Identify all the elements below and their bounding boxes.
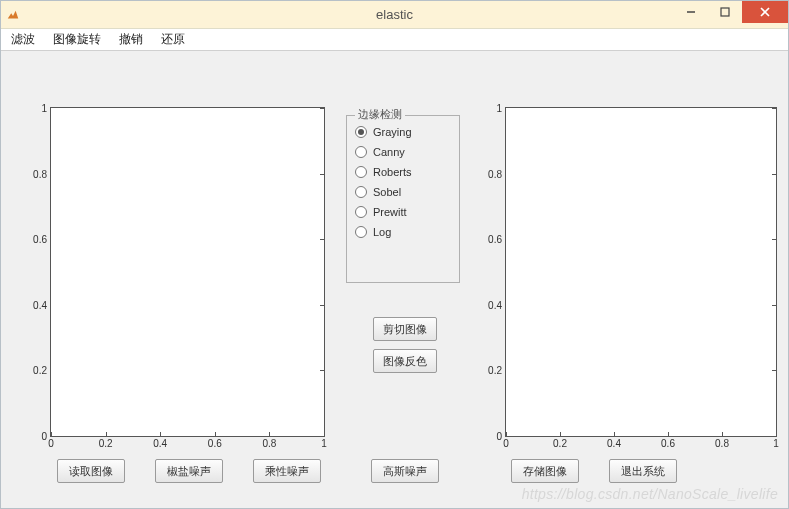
y-tick-label: 0.6: [33, 234, 51, 245]
salt-noise-button[interactable]: 椒盐噪声: [155, 459, 223, 483]
radio-canny[interactable]: Canny: [355, 146, 451, 158]
y-tick-label: 0.2: [33, 365, 51, 376]
edge-detection-panel: 边缘检测 GrayingCannyRobertsSobelPrewittLog: [346, 115, 460, 283]
invert-button[interactable]: 图像反色: [373, 349, 437, 373]
x-tick-label: 0.8: [715, 436, 729, 449]
x-tick-label: 0.4: [153, 436, 167, 449]
axes-left: 00.20.40.60.8100.20.40.60.81: [50, 107, 325, 437]
radio-label: Canny: [373, 146, 405, 158]
save-image-button[interactable]: 存储图像: [511, 459, 579, 483]
menu-rotate[interactable]: 图像旋转: [53, 31, 101, 48]
menu-filter[interactable]: 滤波: [11, 31, 35, 48]
x-tick-label: 0.8: [262, 436, 276, 449]
radio-roberts[interactable]: Roberts: [355, 166, 451, 178]
matlab-icon: [1, 8, 25, 22]
radio-icon: [355, 166, 367, 178]
radio-label: Log: [373, 226, 391, 238]
y-tick-label: 0.2: [488, 365, 506, 376]
radio-icon: [355, 126, 367, 138]
window-buttons: [674, 1, 788, 28]
y-tick-label: 0.8: [33, 168, 51, 179]
x-tick-label: 0: [503, 436, 509, 449]
exit-button[interactable]: 退出系统: [609, 459, 677, 483]
panel-title: 边缘检测: [355, 107, 405, 122]
x-tick-label: 0.2: [99, 436, 113, 449]
menu-bar: 滤波 图像旋转 撤销 还原: [1, 29, 788, 51]
title-bar: elastic: [1, 1, 788, 29]
x-tick-label: 1: [321, 436, 327, 449]
crop-button[interactable]: 剪切图像: [373, 317, 437, 341]
radio-icon: [355, 226, 367, 238]
radio-log[interactable]: Log: [355, 226, 451, 238]
radio-sobel[interactable]: Sobel: [355, 186, 451, 198]
minimize-button[interactable]: [674, 1, 708, 23]
watermark: https://blog.csdn.net/NanoScale_livelife: [522, 486, 778, 502]
radio-label: Graying: [373, 126, 412, 138]
radio-graying[interactable]: Graying: [355, 126, 451, 138]
x-tick-label: 0.6: [661, 436, 675, 449]
window-title: elastic: [1, 7, 788, 22]
y-tick-label: 1: [41, 103, 51, 114]
radio-icon: [355, 146, 367, 158]
radio-label: Prewitt: [373, 206, 407, 218]
svg-rect-1: [721, 8, 729, 16]
axes-right: 00.20.40.60.8100.20.40.60.81: [505, 107, 777, 437]
radio-icon: [355, 186, 367, 198]
radio-icon: [355, 206, 367, 218]
y-tick-label: 1: [496, 103, 506, 114]
x-tick-label: 0.6: [208, 436, 222, 449]
close-button[interactable]: [742, 1, 788, 23]
x-tick-label: 0.4: [607, 436, 621, 449]
client-area: 00.20.40.60.8100.20.40.60.81 00.20.40.60…: [1, 51, 788, 508]
y-tick-label: 0.8: [488, 168, 506, 179]
edge-radio-group: GrayingCannyRobertsSobelPrewittLog: [347, 116, 459, 244]
x-tick-label: 1: [773, 436, 779, 449]
mult-noise-button[interactable]: 乘性噪声: [253, 459, 321, 483]
menu-restore[interactable]: 还原: [161, 31, 185, 48]
y-tick-label: 0.6: [488, 234, 506, 245]
main-window: elastic 滤波 图像旋转 撤销 还原 00.20.40.60.8100.2…: [0, 0, 789, 509]
menu-undo[interactable]: 撤销: [119, 31, 143, 48]
radio-label: Sobel: [373, 186, 401, 198]
read-image-button[interactable]: 读取图像: [57, 459, 125, 483]
y-tick-label: 0.4: [488, 299, 506, 310]
x-tick-label: 0.2: [553, 436, 567, 449]
radio-prewitt[interactable]: Prewitt: [355, 206, 451, 218]
radio-label: Roberts: [373, 166, 412, 178]
x-tick-label: 0: [48, 436, 54, 449]
y-tick-label: 0.4: [33, 299, 51, 310]
gauss-noise-button[interactable]: 高斯噪声: [371, 459, 439, 483]
maximize-button[interactable]: [708, 1, 742, 23]
